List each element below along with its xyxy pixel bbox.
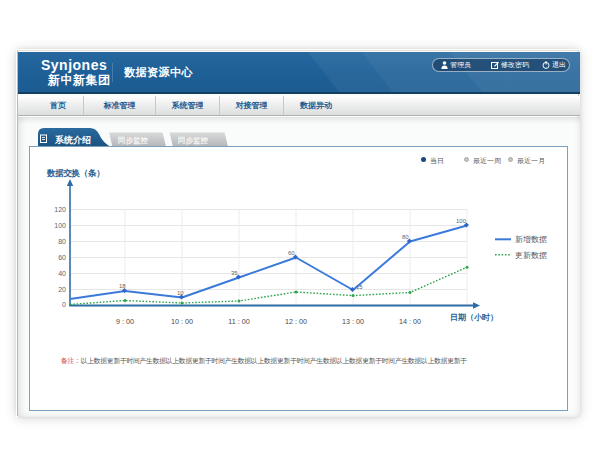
svg-text:100: 100 [456,218,467,224]
svg-text:日期（小时）: 日期（小时） [450,313,498,322]
svg-text:100: 100 [54,222,66,229]
svg-text:35: 35 [231,270,238,276]
svg-text:60: 60 [288,250,295,256]
svg-text:9 : 00: 9 : 00 [116,317,134,326]
svg-text:60: 60 [58,254,66,261]
svg-text:20: 20 [58,286,66,293]
svg-text:10: 10 [177,290,184,296]
svg-text:120: 120 [54,206,66,213]
svg-text:0: 0 [62,301,66,308]
svg-text:80: 80 [58,238,66,245]
svg-text:14 : 00: 14 : 00 [399,317,421,326]
svg-text:12 : 00: 12 : 00 [285,317,307,326]
svg-text:更新数据: 更新数据 [515,251,547,260]
svg-text:11 : 00: 11 : 00 [228,317,249,326]
svg-text:15: 15 [356,284,363,290]
svg-text:10 : 00: 10 : 00 [171,317,193,326]
svg-text:系统介绍: 系统介绍 [54,135,91,145]
svg-text:80: 80 [402,234,409,240]
svg-text:13 : 00: 13 : 00 [342,317,364,326]
svg-text:18: 18 [119,283,126,289]
svg-text:新增数据: 新增数据 [515,235,547,244]
svg-text:同步监控: 同步监控 [178,136,209,145]
svg-text:40: 40 [58,270,66,277]
svg-text:同步监控: 同步监控 [118,136,149,145]
